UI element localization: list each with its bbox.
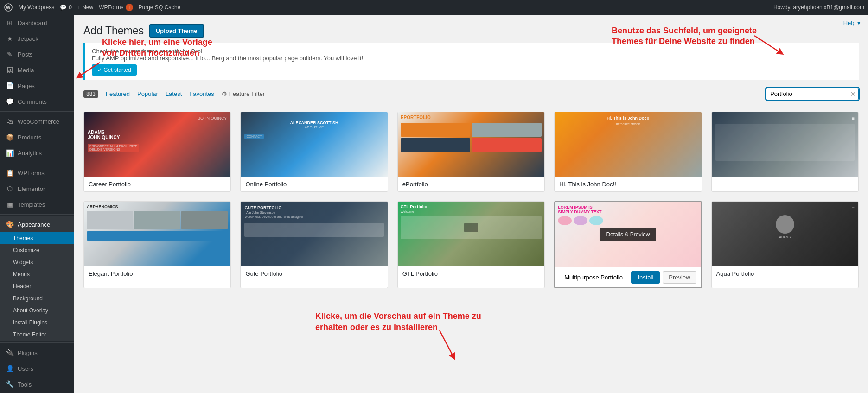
submenu-menus[interactable]: Menus [0, 268, 74, 280]
details-preview-button[interactable]: Details & Preview [600, 228, 656, 241]
adminbar-user: Howdy, aryehphoenixB1@gmail.com [773, 4, 864, 11]
admin-sidebar: ⊞ Dashboard ★ Jetpack ✎ Posts 🖼 Media 📄 … [0, 15, 74, 393]
notice-box: Check the newest theme recently by Orbi … [83, 43, 859, 80]
theme-filter-bar: 883 Featured Popular Latest Favorites ⚙ … [83, 88, 859, 104]
help-link[interactable]: Help ▾ [843, 19, 861, 26]
wp-logo[interactable]: W [4, 3, 13, 12]
theme-card-fifth[interactable]: ≡ [711, 112, 859, 192]
action-buttons: Install Preview [631, 271, 696, 284]
sidebar-item-plugins[interactable]: 🔌 Plugins [0, 345, 74, 361]
theme-thumb-gute: GUTE PORTFOLIO I Am John Stevenson WordP… [241, 202, 387, 266]
theme-thumb-eportfolio: EPORTFOLIO [398, 112, 544, 177]
submenu-theme-editor[interactable]: Theme Editor [0, 329, 74, 341]
sidebar-item-templates[interactable]: ▣ Templates [0, 196, 74, 212]
install-preview-row: Multipurpose Portfolio Install Preview [555, 267, 701, 287]
adminbar-comments[interactable]: 💬 0 [60, 4, 72, 11]
theme-name-john-doc: Hi, This is John Doc!! [555, 177, 701, 191]
tab-favorites[interactable]: Favorites [189, 90, 214, 97]
submenu-widgets[interactable]: Widgets [0, 256, 74, 268]
wpforms-icon: 📋 [6, 169, 14, 177]
theme-card-gute-portfolio[interactable]: GUTE PORTFOLIO I Am John Stevenson WordP… [240, 201, 388, 288]
theme-thumb-aqua: ≡ ADAMS [712, 202, 858, 266]
feature-filter-button[interactable]: ⚙ Feature Filter [222, 90, 265, 97]
menu-separator-4 [0, 342, 74, 343]
gear-icon: ⚙ [222, 90, 227, 97]
sidebar-item-jetpack[interactable]: ★ Jetpack [0, 31, 74, 46]
menu-separator-1 [0, 111, 74, 112]
sidebar-item-tools[interactable]: 🔧 Tools [0, 376, 74, 392]
get-started-icon: ✓ [97, 67, 102, 73]
theme-card-aqua-portfolio[interactable]: ≡ ADAMS Aqua Portfolio [711, 201, 859, 288]
submenu-header[interactable]: Header [0, 280, 74, 292]
theme-name-aqua: Aqua Portfolio [712, 266, 858, 281]
sidebar-item-users[interactable]: 👤 Users [0, 361, 74, 376]
dashboard-icon: ⊞ [6, 19, 14, 27]
page-title: Add Themes [83, 25, 144, 37]
menu-separator-2 [0, 163, 74, 163]
submenu-install-plugins[interactable]: Install Plugins [0, 317, 74, 329]
search-clear-button[interactable]: ✕ [850, 90, 856, 98]
upload-theme-button[interactable]: Upload Theme [149, 24, 204, 38]
products-icon: 📦 [6, 133, 14, 141]
appearance-icon: 🎨 [6, 220, 14, 228]
theme-thumb-elegant: ARPHENOMICS [84, 202, 230, 266]
main-content: Help ▾ Add Themes Upload Theme Check the… [74, 15, 868, 393]
sidebar-item-analytics[interactable]: 📊 Analytics [0, 145, 74, 161]
adminbar-new[interactable]: + New [77, 4, 93, 11]
theme-card-career-portfolio[interactable]: JOHN QUINCY ADAMS JOHN QUINCY PRE-ORDER … [83, 112, 231, 192]
get-started-button[interactable]: ✓ Get started [92, 64, 137, 76]
sidebar-item-dashboard[interactable]: ⊞ Dashboard [0, 15, 74, 31]
sidebar-item-elementor[interactable]: ⬡ Elementor [0, 181, 74, 196]
preview-button[interactable]: Preview [663, 271, 696, 284]
theme-name-online: Online Portfolio [241, 177, 387, 191]
themes-grid: JOHN QUINCY ADAMS JOHN QUINCY PRE-ORDER … [83, 112, 859, 288]
menu-separator-3 [0, 214, 74, 215]
tab-featured[interactable]: Featured [106, 90, 130, 97]
theme-card-online-portfolio[interactable]: ALEXANDER SCOTTISH ABOUT ME CONTACT Onli… [240, 112, 388, 192]
templates-icon: ▣ [6, 200, 14, 209]
sidebar-item-appearance[interactable]: 🎨 Appearance [0, 216, 74, 232]
sidebar-item-woocommerce[interactable]: 🛍 WooCommerce [0, 114, 74, 129]
appearance-submenu: Themes Customize Widgets Menus Header Ba… [0, 232, 74, 341]
theme-card-eportfolio[interactable]: EPORTFOLIO ePortfolio [397, 112, 545, 192]
comments-icon: 💬 [6, 97, 14, 106]
theme-card-elegant-portfolio[interactable]: ARPHENOMICS Elegant Portfolio [83, 201, 231, 288]
users-icon: 👤 [6, 364, 14, 373]
adminbar-purge[interactable]: Purge SQ Cache [139, 4, 181, 11]
woocommerce-icon: 🛍 [6, 117, 14, 126]
theme-name-gute: Gute Portfolio [241, 266, 387, 281]
theme-card-gtl-portfolio[interactable]: GTL Portfolio Welcome GTL Portfolio [397, 201, 545, 288]
adminbar-wpforms[interactable]: WPForms 1 [99, 4, 133, 11]
submenu-customize[interactable]: Customize [0, 244, 74, 256]
sidebar-item-wpforms[interactable]: 📋 WPForms [0, 165, 74, 181]
sidebar-item-comments[interactable]: 💬 Comments [0, 94, 74, 109]
tab-popular[interactable]: Popular [137, 90, 158, 97]
tab-latest[interactable]: Latest [166, 90, 182, 97]
theme-name-elegant: Elegant Portfolio [84, 266, 230, 281]
posts-icon: ✎ [6, 50, 14, 58]
theme-card-multipurpose[interactable]: LOREM IPSUM IS SIMPLY DUMMY TEXT Details… [554, 201, 702, 288]
theme-name-eportfolio: ePortfolio [398, 177, 544, 191]
submenu-background[interactable]: Background [0, 292, 74, 304]
plugins-icon: 🔌 [6, 349, 14, 357]
theme-card-john-doc[interactable]: Hi, This is John Doc!! Introduce Myself … [554, 112, 702, 192]
admin-bar: W My Wordpress 💬 0 + New WPForms 1 Purge… [0, 0, 868, 15]
submenu-about-overlay[interactable]: About Overlay [0, 304, 74, 317]
page-header: Add Themes Upload Theme [83, 24, 859, 38]
adminbar-site[interactable]: My Wordpress [19, 4, 54, 11]
install-button[interactable]: Install [631, 271, 660, 284]
sidebar-item-products[interactable]: 📦 Products [0, 129, 74, 145]
sidebar-item-posts[interactable]: ✎ Posts [0, 46, 74, 62]
theme-name-multipurpose: Multipurpose Portfolio [560, 271, 627, 284]
theme-search-input[interactable] [766, 88, 859, 100]
sidebar-item-media[interactable]: 🖼 Media [0, 62, 74, 78]
jetpack-icon: ★ [6, 34, 14, 43]
pages-icon: 📄 [6, 82, 14, 90]
theme-name-fifth [712, 177, 858, 190]
theme-thumb-multipurpose: LOREM IPSUM IS SIMPLY DUMMY TEXT Details… [555, 202, 701, 267]
sidebar-item-pages[interactable]: 📄 Pages [0, 78, 74, 94]
submenu-themes[interactable]: Themes [0, 232, 74, 244]
theme-thumb-online: ALEXANDER SCOTTISH ABOUT ME CONTACT [241, 112, 387, 177]
tools-icon: 🔧 [6, 380, 14, 388]
analytics-icon: 📊 [6, 149, 14, 157]
